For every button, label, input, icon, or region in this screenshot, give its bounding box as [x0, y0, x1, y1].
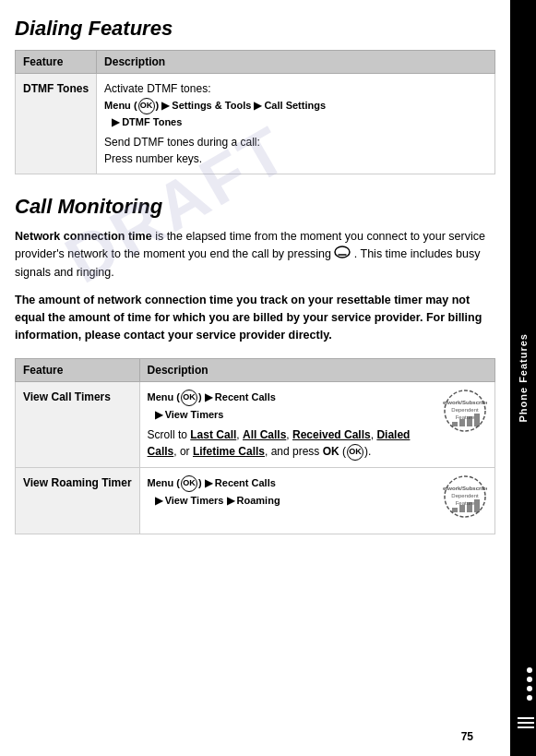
page-container: DRAFT Dialing Features Feature Descripti…	[0, 0, 536, 756]
sidebar-lines	[518, 717, 534, 728]
vct-menu-text: Menu (OK) ▶ Recent Calls	[148, 391, 276, 402]
table2-header-feature: Feature	[16, 358, 140, 381]
dtmf-menu-path: Menu (OK) ▶ Settings & Tools ▶ Call Sett…	[104, 100, 326, 111]
network-subscriber-icon-1: Network/Subscriber Dependent Feature	[443, 389, 487, 433]
ok-icon-3: OK	[347, 444, 363, 461]
svg-rect-14	[452, 508, 458, 512]
section2-intro: Network connection time is the elapsed t…	[15, 228, 495, 282]
call-monitoring-table: Feature Description View Call Timers Net…	[15, 358, 495, 534]
sidebar-dot-2	[527, 677, 532, 682]
sidebar-dot-1	[527, 667, 532, 673]
sidebar-dot-4	[527, 695, 532, 701]
svg-text:Dependent: Dependent	[451, 493, 479, 498]
view-call-timers-description: Network/Subscriber Dependent Feature Men…	[139, 381, 494, 467]
sidebar-line-3	[518, 726, 534, 728]
dtmf-activate-label: Activate DTMF tones:	[104, 82, 210, 95]
view-roaming-timer-description: Network/Subscriber Dependent Feature Men…	[139, 467, 494, 534]
network-connection-time-label: Network connection time	[15, 230, 152, 243]
sidebar-dot-3	[527, 686, 532, 691]
table-row: View Roaming Timer Network/Subscriber De…	[16, 467, 495, 534]
svg-rect-6	[452, 422, 458, 426]
dialing-features-table: Feature Description DTMF Tones Activate …	[15, 50, 495, 174]
section2-title: Call Monitoring	[15, 195, 495, 219]
sidebar-line-2	[518, 722, 534, 724]
table-row: View Call Timers Network/Subscriber Depe…	[16, 381, 495, 467]
vct-view-timers: ▶ View Timers	[155, 409, 224, 420]
ok-icon-2: OK	[181, 390, 197, 406]
table-row: DTMF Tones Activate DTMF tones: Menu (OK…	[16, 74, 495, 174]
sidebar-line-1	[518, 717, 534, 719]
svg-rect-16	[467, 502, 472, 512]
svg-text:Dependent: Dependent	[451, 407, 479, 413]
svg-rect-8	[467, 416, 472, 426]
view-call-timers-feature: View Call Timers	[16, 381, 140, 467]
dtmf-feature-cell: DTMF Tones	[16, 74, 97, 174]
svg-text:Network/Subscriber: Network/Subscriber	[443, 486, 487, 491]
dtmf-send-label: Send DTMF tones during a call:	[104, 136, 260, 149]
vrt-menu-text: Menu (OK) ▶ Recent Calls	[148, 477, 276, 488]
svg-rect-9	[474, 414, 480, 426]
main-content: DRAFT Dialing Features Feature Descripti…	[0, 0, 510, 756]
table1-header-feature: Feature	[16, 51, 97, 74]
end-call-icon	[334, 246, 351, 264]
vct-scroll-text: Scroll to Last Call, All Calls, Received…	[148, 426, 487, 461]
sidebar-label: Phone Features	[518, 333, 529, 423]
vrt-view-roaming: ▶ View Timers ▶ Roaming	[155, 495, 280, 506]
sidebar-dots	[527, 667, 532, 701]
svg-rect-15	[459, 505, 465, 512]
page-number: 75	[461, 730, 473, 743]
dtmf-press-label: Press number keys.	[104, 152, 202, 165]
svg-rect-17	[474, 499, 480, 512]
table2-header-description: Description	[139, 358, 494, 381]
ok-icon-4: OK	[181, 475, 197, 492]
svg-text:Network/Subscriber: Network/Subscriber	[443, 400, 487, 405]
svg-point-0	[335, 246, 350, 258]
table1-header-description: Description	[97, 51, 495, 74]
network-subscriber-icon-2: Network/Subscriber Dependent Feature	[443, 474, 487, 519]
view-roaming-timer-feature: View Roaming Timer	[16, 467, 140, 534]
dtmf-description-cell: Activate DTMF tones: Menu (OK) ▶ Setting…	[97, 74, 495, 174]
section1-title: Dialing Features	[15, 17, 495, 41]
ok-icon-1: OK	[138, 98, 155, 114]
sidebar: Phone Features	[510, 0, 536, 756]
svg-rect-7	[459, 419, 465, 426]
dtmf-submenu: ▶ DTMF Tones	[112, 114, 487, 130]
section2-warning: The amount of network connection time yo…	[15, 292, 495, 345]
